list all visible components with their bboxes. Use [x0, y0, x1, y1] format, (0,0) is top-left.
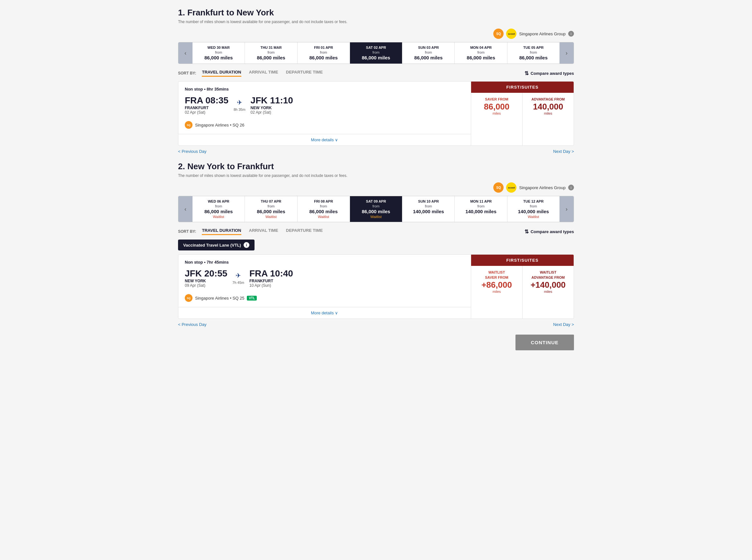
section2-duration: 7h 45m: [232, 281, 244, 284]
section2: 2. New York to Frankfurt The number of m…: [178, 161, 574, 327]
section2-sort-travel-duration[interactable]: TRAVEL DURATION: [202, 228, 241, 235]
vtl-info-icon[interactable]: i: [244, 242, 249, 248]
section1-advantage-label: ADVANTAGE FROM: [526, 97, 571, 101]
section2-sort-departure-time[interactable]: DEPARTURE TIME: [286, 228, 323, 235]
section2-date-cell-6[interactable]: TUE 12 APR from 140,000 miles Waitlist: [507, 196, 559, 222]
section2-airline-group-text: Singapore Airlines Group: [519, 185, 565, 190]
section1-date-cell-1[interactable]: THU 31 MAR from 86,000 miles: [245, 42, 297, 64]
section2-flight-arrow: ✈ 7h 45m: [232, 272, 244, 284]
section2-airline-row-inner: SQ Singapore Airlines • SQ 25 VTL: [178, 294, 471, 307]
section1-sort-departure-time[interactable]: DEPARTURE TIME: [286, 70, 323, 77]
section1-award-header: FIRST/SUITES: [471, 82, 574, 93]
section2-date-cell-3[interactable]: SAT 09 APR from 86,000 miles Waitlist: [350, 196, 402, 222]
section2-compare-link[interactable]: ⇅ Compare award types: [524, 228, 574, 235]
section2-flight-middle: Non stop • 7hr 45mins JFK 20:55 NEW YORK…: [178, 255, 471, 319]
section2-date-cells: WED 06 APR from 86,000 miles Waitlist TH…: [193, 196, 559, 222]
section2-depart-time: JFK 20:55: [185, 268, 227, 279]
section1-award-panel: FIRST/SUITES SAVER FROM 86,000 miles ADV…: [471, 82, 574, 145]
section1-date-cell-2[interactable]: FRI 01 APR from 86,000 miles: [297, 42, 350, 64]
section2-prev-date-btn[interactable]: ‹: [178, 196, 193, 222]
airline-group-text: Singapore Airlines Group: [519, 32, 565, 36]
section1-date-selector: ‹ WED 30 MAR from 86,000 miles THU 31 MA…: [178, 42, 574, 64]
section1-saver-label: SAVER FROM: [474, 97, 519, 101]
section2-date-cell-5[interactable]: MON 11 APR from 140,000 miles: [455, 196, 507, 222]
section2-sort-arrival-time[interactable]: ARRIVAL TIME: [249, 228, 278, 235]
section1-more-details[interactable]: More details ∨: [178, 134, 471, 145]
section1-sq-small-logo: SQ: [185, 121, 193, 129]
section2-more-details[interactable]: More details ∨: [178, 307, 471, 319]
continue-btn-wrapper: CONTINUE: [178, 335, 574, 350]
continue-button[interactable]: CONTINUE: [516, 335, 574, 350]
section1-prev-day-btn[interactable]: < Previous Day: [178, 149, 207, 154]
section2-compare-icon: ⇅: [524, 228, 529, 235]
page-container: 1. Frankfurt to New York The number of m…: [170, 0, 582, 376]
section1-date-cell-6[interactable]: TUE 05 APR from 86,000 miles: [507, 42, 559, 64]
section2-award-header: FIRST/SUITES: [471, 255, 574, 266]
section1-date-cell-4[interactable]: SUN 03 APR from 86,000 miles: [402, 42, 455, 64]
section2-next-day-btn[interactable]: Next Day >: [553, 322, 574, 327]
section2-airline-info-icon[interactable]: i: [568, 185, 574, 191]
section2-sq-logo: SQ: [493, 182, 504, 193]
section2-title: 2. New York to Frankfurt: [178, 161, 574, 172]
section2-stop-info: Non stop • 7hr 45mins: [185, 260, 464, 265]
section1-arrive-date: 02 Apr (Sat): [251, 110, 293, 115]
section1-sort-label: SORT BY:: [178, 71, 196, 76]
section1-flight-info: Non stop • 8hr 35mins FRA 08:35 FRANKFUR…: [178, 82, 471, 121]
section2-saver-option[interactable]: Waitlist SAVER FROM +86,000 miles: [471, 266, 523, 319]
section1-title: 1. Frankfurt to New York: [178, 8, 574, 18]
section1-next-date-btn[interactable]: ›: [559, 42, 574, 64]
section1-advantage-miles-unit: miles: [526, 112, 571, 115]
section2-compare-text: Compare award types: [531, 229, 574, 234]
section1-advantage-option[interactable]: ADVANTAGE FROM 140,000 miles: [523, 93, 574, 145]
section1-depart-date: 02 Apr (Sat): [185, 110, 229, 115]
section2-advantage-option[interactable]: Waitlist ADVANTAGE FROM +140,000 miles: [523, 266, 574, 319]
section2-arrive-airport: FRA 10:40 FRANKFURT 10 Apr (Sun): [249, 268, 293, 288]
section1-arrive-code: NEW YORK: [251, 106, 293, 110]
section2-depart-code: NEW YORK: [185, 279, 227, 283]
section1-compare-link[interactable]: ⇅ Compare award types: [524, 70, 574, 76]
section1-date-cell-3[interactable]: SAT 02 APR from 86,000 miles: [350, 42, 402, 64]
section1-depart-airport: FRA 08:35 FRANKFURT 02 Apr (Sat): [185, 95, 229, 115]
section1-airline-row: SQ scoot Singapore Airlines Group i: [178, 28, 574, 39]
section1-next-day-btn[interactable]: Next Day >: [553, 149, 574, 154]
section1-sort-arrival-time[interactable]: ARRIVAL TIME: [249, 70, 278, 77]
section1-date-cell-0[interactable]: WED 30 MAR from 86,000 miles: [193, 42, 245, 64]
vtl-text: Vaccinated Travel Lane (VTL): [183, 243, 241, 247]
section2-next-date-btn[interactable]: ›: [559, 196, 574, 222]
section2-sort-label: SORT BY:: [178, 229, 196, 234]
section1-date-cell-5[interactable]: MON 04 APR from 86,000 miles: [455, 42, 507, 64]
section1-saver-option[interactable]: SAVER FROM 86,000 miles: [471, 93, 523, 145]
section1-duration: 8h 35m: [234, 107, 246, 112]
section1-sort-travel-duration[interactable]: TRAVEL DURATION: [202, 70, 241, 77]
section2-saver-label: SAVER FROM: [474, 276, 519, 279]
section2-advantage-miles: +140,000: [526, 281, 571, 289]
section1-arrive-time: JFK 11:10: [251, 95, 293, 106]
section2-date-cell-2[interactable]: FRI 08 APR from 86,000 miles Waitlist: [297, 196, 350, 222]
section2-depart-date: 09 Apr (Sat): [185, 283, 227, 288]
section2-award-panel: FIRST/SUITES Waitlist SAVER FROM +86,000…: [471, 255, 574, 319]
section2-arrive-date: 10 Apr (Sun): [249, 283, 293, 288]
section2-date-cell-1[interactable]: THU 07 APR from 86,000 miles Waitlist: [245, 196, 297, 222]
section1-stop-info: Non stop • 8hr 35mins: [185, 87, 464, 92]
section1-sort-row: SORT BY: TRAVEL DURATION ARRIVAL TIME DE…: [178, 70, 574, 77]
section2-saver-miles: +86,000: [474, 281, 519, 289]
section1-depart-code: FRANKFURT: [185, 106, 229, 110]
airline-info-icon[interactable]: i: [568, 31, 574, 37]
section2-plane-icon: ✈: [235, 272, 241, 279]
section2-advantage-miles-unit: miles: [526, 289, 571, 294]
section2-date-cell-0[interactable]: WED 06 APR from 86,000 miles Waitlist: [193, 196, 245, 222]
section2-flight-card: Non stop • 7hr 45mins JFK 20:55 NEW YORK…: [178, 254, 574, 319]
section1-flight-card: Non stop • 8hr 35mins FRA 08:35 FRANKFUR…: [178, 81, 574, 146]
section2-flight-card-main: Non stop • 7hr 45mins JFK 20:55 NEW YORK…: [178, 255, 574, 319]
section2-prev-day-btn[interactable]: < Previous Day: [178, 322, 207, 327]
section1-flight-middle: Non stop • 8hr 35mins FRA 08:35 FRANKFUR…: [178, 82, 471, 145]
section2-flight-route: JFK 20:55 NEW YORK 09 Apr (Sat) ✈ 7h 45m…: [185, 268, 464, 288]
section1-prev-date-btn[interactable]: ‹: [178, 42, 193, 64]
section1-flight-route: FRA 08:35 FRANKFURT 02 Apr (Sat) ✈ 8h 35…: [185, 95, 464, 115]
section1-award-options: SAVER FROM 86,000 miles ADVANTAGE FROM 1…: [471, 93, 574, 145]
section1-saver-miles-unit: miles: [474, 112, 519, 115]
section2-subtitle: The number of miles shown is lowest avai…: [178, 174, 574, 178]
section1-date-cells: WED 30 MAR from 86,000 miles THU 31 MAR …: [193, 42, 559, 64]
section1-subtitle: The number of miles shown is lowest avai…: [178, 20, 574, 24]
section2-date-cell-4[interactable]: SUN 10 APR from 140,000 miles: [402, 196, 455, 222]
